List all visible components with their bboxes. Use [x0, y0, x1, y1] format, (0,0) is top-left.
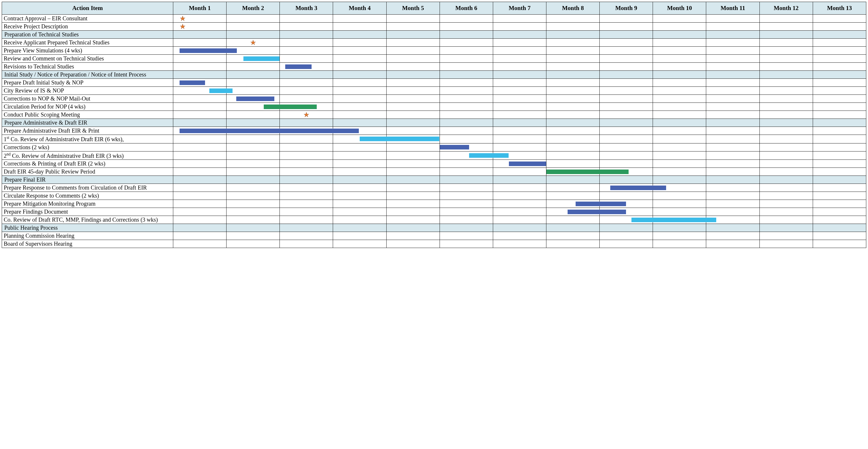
month-cell: [333, 200, 386, 208]
month-cell: [386, 39, 440, 47]
month-cell: [386, 216, 440, 224]
month-cell: [706, 160, 760, 168]
month-cell: [600, 119, 653, 127]
month-cell: [280, 79, 333, 87]
month-cell: [653, 119, 706, 127]
month-cell: [280, 176, 333, 184]
month-cell: [173, 79, 226, 87]
month-cell: [706, 216, 760, 224]
month-cell: [547, 224, 600, 232]
month-cell: [600, 143, 653, 151]
milestone-star-icon: ★: [304, 111, 309, 118]
month-cell: [813, 200, 866, 208]
month-cell: [547, 87, 600, 95]
month-cell: [706, 63, 760, 71]
month-cell: [547, 160, 600, 168]
task-row: 2nd Co. Review of Administrative Draft E…: [2, 151, 866, 160]
month-cell: [173, 103, 226, 111]
month-cell: [333, 87, 386, 95]
month-cell: [547, 31, 600, 39]
month-cell: [493, 111, 546, 119]
month-cell: [653, 232, 706, 240]
month-cell: [280, 119, 333, 127]
month-cell: [547, 95, 600, 103]
month-cell: [386, 127, 440, 135]
month-cell: ★: [173, 14, 226, 23]
month-cell: [493, 55, 546, 63]
task-row: Prepare View Simulations (4 wks): [2, 47, 866, 55]
task-row: Corrections (2 wks): [2, 143, 866, 151]
month-cell: [653, 216, 706, 224]
month-cell: [493, 103, 546, 111]
month-cell: [547, 103, 600, 111]
month-cell: [280, 14, 333, 23]
month-cell: [493, 240, 546, 248]
month-cell: [600, 31, 653, 39]
month-cell: [280, 63, 333, 71]
month-cell: [440, 127, 493, 135]
month-cell: [226, 143, 280, 151]
month-cell: [760, 47, 813, 55]
month-cell: [547, 119, 600, 127]
month-cell: [173, 224, 226, 232]
task-label: Review and Comment on Technical Studies: [2, 55, 173, 63]
month-cell: [600, 208, 653, 216]
header-action-item: Action Item: [2, 2, 173, 14]
task-label: Circulate Response to Comments (2 wks): [2, 192, 173, 200]
month-cell: [226, 151, 280, 160]
month-cell: [440, 103, 493, 111]
header-month: Month 3: [280, 2, 333, 14]
month-cell: [653, 95, 706, 103]
month-cell: [600, 87, 653, 95]
task-row: Board of Supervisors Hearing: [2, 240, 866, 248]
month-cell: [333, 71, 386, 79]
month-cell: [547, 71, 600, 79]
month-cell: [493, 200, 546, 208]
month-cell: [333, 135, 386, 143]
header-month: Month 11: [706, 2, 760, 14]
month-cell: ★: [173, 23, 226, 31]
task-row: Prepare Draft Initial Study & NOP: [2, 79, 866, 87]
month-cell: [653, 23, 706, 31]
task-row: Corrections & Printing of Draft EIR (2 w…: [2, 160, 866, 168]
month-cell: [600, 39, 653, 47]
month-cell: [653, 184, 706, 192]
task-label: Draft EIR 45-day Public Review Period: [2, 168, 173, 176]
month-cell: [653, 127, 706, 135]
month-cell: [333, 208, 386, 216]
month-cell: [173, 135, 226, 143]
month-cell: [760, 232, 813, 240]
month-cell: [386, 119, 440, 127]
month-cell: [333, 160, 386, 168]
month-cell: [333, 39, 386, 47]
task-label: 1st Co. Review of Administrative Draft E…: [2, 135, 173, 143]
month-cell: [547, 39, 600, 47]
month-cell: [760, 135, 813, 143]
month-cell: [226, 224, 280, 232]
month-cell: [813, 111, 866, 119]
month-cell: [440, 23, 493, 31]
month-cell: [813, 31, 866, 39]
month-cell: [813, 39, 866, 47]
month-cell: [547, 232, 600, 240]
task-row: Planning Commission Hearing: [2, 232, 866, 240]
month-cell: [386, 232, 440, 240]
month-cell: [547, 55, 600, 63]
month-cell: [706, 224, 760, 232]
month-cell: [333, 192, 386, 200]
month-cell: [547, 168, 600, 176]
month-cell: [226, 240, 280, 248]
month-cell: [333, 184, 386, 192]
header-month: Month 5: [386, 2, 440, 14]
month-cell: [813, 79, 866, 87]
month-cell: [440, 14, 493, 23]
task-label: Corrections (2 wks): [2, 143, 173, 151]
gantt-bar: [285, 64, 312, 69]
milestone-star-icon: ★: [250, 39, 256, 45]
month-cell: [706, 23, 760, 31]
month-cell: [813, 160, 866, 168]
month-cell: [706, 31, 760, 39]
month-cell: [760, 95, 813, 103]
task-row: Contract Approval – EIR Consultant★: [2, 14, 866, 23]
month-cell: [653, 79, 706, 87]
